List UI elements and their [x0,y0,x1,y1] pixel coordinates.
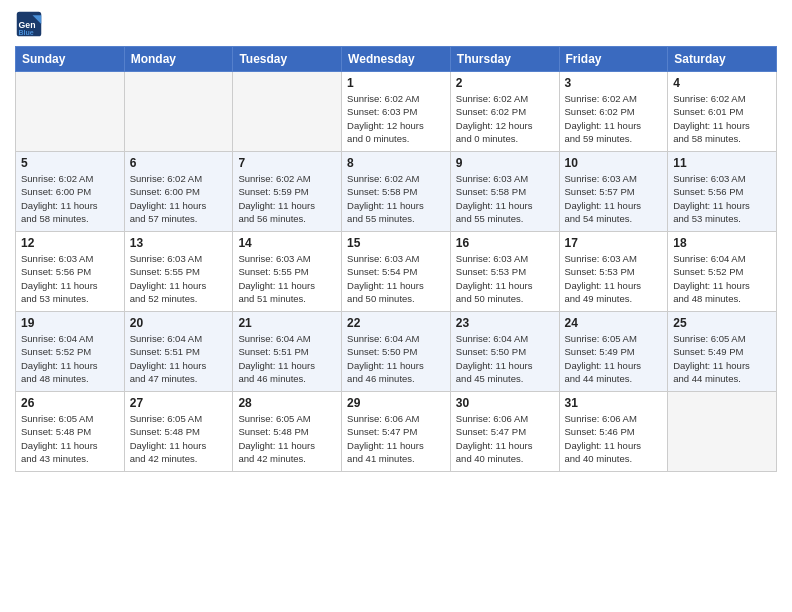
day-number: 5 [21,156,119,170]
calendar-cell: 5Sunrise: 6:02 AMSunset: 6:00 PMDaylight… [16,152,125,232]
calendar-cell [233,72,342,152]
logo-icon: Gen Blue [15,10,43,38]
calendar-cell [124,72,233,152]
day-number: 10 [565,156,663,170]
cell-info: Sunrise: 6:02 AMSunset: 6:01 PMDaylight:… [673,92,771,145]
cell-info: Sunrise: 6:04 AMSunset: 5:50 PMDaylight:… [347,332,445,385]
calendar-cell: 11Sunrise: 6:03 AMSunset: 5:56 PMDayligh… [668,152,777,232]
cell-info: Sunrise: 6:03 AMSunset: 5:55 PMDaylight:… [130,252,228,305]
cell-info: Sunrise: 6:03 AMSunset: 5:56 PMDaylight:… [673,172,771,225]
day-number: 8 [347,156,445,170]
calendar: SundayMondayTuesdayWednesdayThursdayFrid… [15,46,777,472]
day-number: 20 [130,316,228,330]
calendar-cell: 14Sunrise: 6:03 AMSunset: 5:55 PMDayligh… [233,232,342,312]
day-number: 24 [565,316,663,330]
day-number: 25 [673,316,771,330]
day-number: 11 [673,156,771,170]
calendar-cell: 22Sunrise: 6:04 AMSunset: 5:50 PMDayligh… [342,312,451,392]
day-number: 31 [565,396,663,410]
day-number: 13 [130,236,228,250]
svg-text:Blue: Blue [19,29,34,36]
weekday-saturday: Saturday [668,47,777,72]
calendar-cell: 28Sunrise: 6:05 AMSunset: 5:48 PMDayligh… [233,392,342,472]
calendar-cell: 3Sunrise: 6:02 AMSunset: 6:02 PMDaylight… [559,72,668,152]
day-number: 6 [130,156,228,170]
day-number: 2 [456,76,554,90]
calendar-cell: 18Sunrise: 6:04 AMSunset: 5:52 PMDayligh… [668,232,777,312]
calendar-cell: 4Sunrise: 6:02 AMSunset: 6:01 PMDaylight… [668,72,777,152]
weekday-row: SundayMondayTuesdayWednesdayThursdayFrid… [16,47,777,72]
calendar-cell: 19Sunrise: 6:04 AMSunset: 5:52 PMDayligh… [16,312,125,392]
calendar-cell: 12Sunrise: 6:03 AMSunset: 5:56 PMDayligh… [16,232,125,312]
cell-info: Sunrise: 6:02 AMSunset: 5:59 PMDaylight:… [238,172,336,225]
calendar-cell: 10Sunrise: 6:03 AMSunset: 5:57 PMDayligh… [559,152,668,232]
day-number: 28 [238,396,336,410]
calendar-cell: 2Sunrise: 6:02 AMSunset: 6:02 PMDaylight… [450,72,559,152]
calendar-cell: 9Sunrise: 6:03 AMSunset: 5:58 PMDaylight… [450,152,559,232]
calendar-cell: 15Sunrise: 6:03 AMSunset: 5:54 PMDayligh… [342,232,451,312]
week-row: 12Sunrise: 6:03 AMSunset: 5:56 PMDayligh… [16,232,777,312]
calendar-cell: 21Sunrise: 6:04 AMSunset: 5:51 PMDayligh… [233,312,342,392]
week-row: 26Sunrise: 6:05 AMSunset: 5:48 PMDayligh… [16,392,777,472]
cell-info: Sunrise: 6:03 AMSunset: 5:57 PMDaylight:… [565,172,663,225]
calendar-cell: 24Sunrise: 6:05 AMSunset: 5:49 PMDayligh… [559,312,668,392]
day-number: 17 [565,236,663,250]
week-row: 19Sunrise: 6:04 AMSunset: 5:52 PMDayligh… [16,312,777,392]
header: Gen Blue [15,10,777,38]
cell-info: Sunrise: 6:05 AMSunset: 5:49 PMDaylight:… [673,332,771,385]
calendar-cell: 17Sunrise: 6:03 AMSunset: 5:53 PMDayligh… [559,232,668,312]
cell-info: Sunrise: 6:02 AMSunset: 6:02 PMDaylight:… [565,92,663,145]
calendar-cell: 25Sunrise: 6:05 AMSunset: 5:49 PMDayligh… [668,312,777,392]
day-number: 1 [347,76,445,90]
cell-info: Sunrise: 6:06 AMSunset: 5:47 PMDaylight:… [456,412,554,465]
day-number: 30 [456,396,554,410]
cell-info: Sunrise: 6:06 AMSunset: 5:46 PMDaylight:… [565,412,663,465]
day-number: 14 [238,236,336,250]
calendar-cell [668,392,777,472]
day-number: 19 [21,316,119,330]
calendar-cell [16,72,125,152]
calendar-cell: 30Sunrise: 6:06 AMSunset: 5:47 PMDayligh… [450,392,559,472]
day-number: 18 [673,236,771,250]
cell-info: Sunrise: 6:03 AMSunset: 5:53 PMDaylight:… [456,252,554,305]
day-number: 7 [238,156,336,170]
cell-info: Sunrise: 6:03 AMSunset: 5:53 PMDaylight:… [565,252,663,305]
calendar-cell: 20Sunrise: 6:04 AMSunset: 5:51 PMDayligh… [124,312,233,392]
cell-info: Sunrise: 6:03 AMSunset: 5:58 PMDaylight:… [456,172,554,225]
day-number: 21 [238,316,336,330]
cell-info: Sunrise: 6:02 AMSunset: 6:00 PMDaylight:… [21,172,119,225]
calendar-cell: 23Sunrise: 6:04 AMSunset: 5:50 PMDayligh… [450,312,559,392]
day-number: 22 [347,316,445,330]
calendar-header: SundayMondayTuesdayWednesdayThursdayFrid… [16,47,777,72]
day-number: 16 [456,236,554,250]
week-row: 5Sunrise: 6:02 AMSunset: 6:00 PMDaylight… [16,152,777,232]
calendar-cell: 31Sunrise: 6:06 AMSunset: 5:46 PMDayligh… [559,392,668,472]
calendar-cell: 27Sunrise: 6:05 AMSunset: 5:48 PMDayligh… [124,392,233,472]
weekday-sunday: Sunday [16,47,125,72]
calendar-cell: 26Sunrise: 6:05 AMSunset: 5:48 PMDayligh… [16,392,125,472]
cell-info: Sunrise: 6:05 AMSunset: 5:48 PMDaylight:… [130,412,228,465]
cell-info: Sunrise: 6:04 AMSunset: 5:52 PMDaylight:… [21,332,119,385]
calendar-cell: 7Sunrise: 6:02 AMSunset: 5:59 PMDaylight… [233,152,342,232]
cell-info: Sunrise: 6:02 AMSunset: 6:00 PMDaylight:… [130,172,228,225]
calendar-cell: 16Sunrise: 6:03 AMSunset: 5:53 PMDayligh… [450,232,559,312]
day-number: 4 [673,76,771,90]
calendar-cell: 1Sunrise: 6:02 AMSunset: 6:03 PMDaylight… [342,72,451,152]
calendar-cell: 13Sunrise: 6:03 AMSunset: 5:55 PMDayligh… [124,232,233,312]
day-number: 3 [565,76,663,90]
calendar-cell: 8Sunrise: 6:02 AMSunset: 5:58 PMDaylight… [342,152,451,232]
cell-info: Sunrise: 6:05 AMSunset: 5:48 PMDaylight:… [238,412,336,465]
cell-info: Sunrise: 6:04 AMSunset: 5:51 PMDaylight:… [238,332,336,385]
cell-info: Sunrise: 6:03 AMSunset: 5:54 PMDaylight:… [347,252,445,305]
day-number: 27 [130,396,228,410]
cell-info: Sunrise: 6:04 AMSunset: 5:51 PMDaylight:… [130,332,228,385]
page: Gen Blue SundayMondayTuesdayWednesdayThu… [0,0,792,612]
cell-info: Sunrise: 6:02 AMSunset: 5:58 PMDaylight:… [347,172,445,225]
cell-info: Sunrise: 6:03 AMSunset: 5:56 PMDaylight:… [21,252,119,305]
weekday-wednesday: Wednesday [342,47,451,72]
day-number: 15 [347,236,445,250]
calendar-body: 1Sunrise: 6:02 AMSunset: 6:03 PMDaylight… [16,72,777,472]
week-row: 1Sunrise: 6:02 AMSunset: 6:03 PMDaylight… [16,72,777,152]
cell-info: Sunrise: 6:02 AMSunset: 6:02 PMDaylight:… [456,92,554,145]
weekday-tuesday: Tuesday [233,47,342,72]
